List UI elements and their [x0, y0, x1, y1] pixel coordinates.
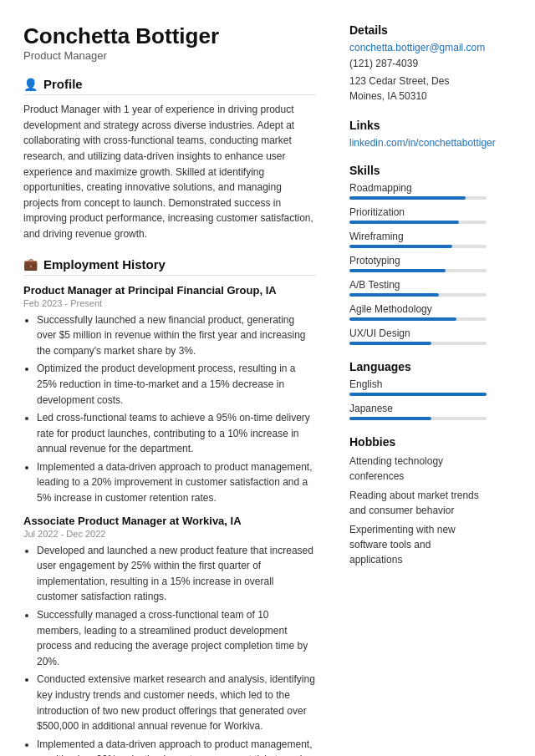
skill-prototyping: Prototyping	[349, 255, 487, 272]
lang-english-label: English	[349, 378, 487, 390]
skill-wireframing: Wireframing	[349, 231, 487, 248]
skill-prototyping-bar-bg	[349, 269, 487, 272]
profile-section-title: 👤 Profile	[23, 77, 316, 95]
skill-roadmapping: Roadmapping	[349, 182, 487, 200]
hobby-2: Reading about market trends and consumer…	[349, 488, 487, 518]
right-column: Details conchetta.bottiger@gmail.com (12…	[334, 0, 502, 756]
job-1-bullet-1: Successfully launched a new financial pr…	[37, 312, 316, 359]
address: 123 Cedar Street, Des Moines, IA 50310	[349, 74, 487, 104]
employment-section-title: 💼 Employment History	[23, 257, 316, 276]
skill-ab-testing-label: A/B Testing	[349, 279, 487, 291]
skill-wireframing-label: Wireframing	[349, 231, 487, 242]
skill-agile-bar-fill	[349, 317, 456, 321]
hobbies-section-title: Hobbies	[349, 435, 487, 449]
skill-prototyping-bar-fill	[349, 269, 446, 272]
lang-japanese-bar-bg	[349, 417, 487, 420]
skill-prioritization-bar-fill	[349, 221, 459, 224]
skill-prioritization-label: Prioritization	[349, 206, 487, 218]
skill-uxui-bar-fill	[349, 342, 431, 345]
job-1-date: Feb 2023 - Present	[23, 298, 316, 308]
job-2-date: Jul 2022 - Dec 2022	[23, 529, 316, 539]
job-2-bullet-3: Conducted extensive market research and …	[37, 672, 316, 733]
languages-section-title: Languages	[349, 360, 487, 373]
skill-uxui: UX/UI Design	[349, 327, 487, 345]
candidate-title: Product Manager	[23, 49, 316, 62]
candidate-name: Conchetta Bottiger	[23, 23, 316, 49]
phone: (121) 287-4039	[349, 56, 487, 71]
skill-uxui-bar-bg	[349, 342, 487, 345]
resume-page: Conchetta Bottiger Product Manager 👤 Pro…	[0, 0, 535, 756]
linkedin-link[interactable]: linkedin.com/in/conchettabottiger	[349, 137, 487, 149]
details-section-title: Details	[349, 23, 487, 37]
skill-wireframing-bar-fill	[349, 245, 452, 248]
skill-agile-bar-bg	[349, 317, 487, 321]
job-1-bullet-4: Implemented a data-driven approach to pr…	[37, 459, 316, 506]
job-1: Product Manager at Principal Financial G…	[23, 284, 316, 506]
email-link[interactable]: conchetta.bottiger@gmail.com	[349, 42, 487, 53]
job-1-bullet-2: Optimized the product development proces…	[37, 361, 316, 408]
lang-japanese: Japanese	[349, 403, 487, 420]
job-2: Associate Product Manager at Workiva, IA…	[23, 515, 316, 756]
skill-roadmapping-bar-bg	[349, 196, 487, 200]
job-2-title: Associate Product Manager at Workiva, IA	[23, 515, 316, 527]
skill-prioritization: Prioritization	[349, 206, 487, 224]
skill-roadmapping-label: Roadmapping	[349, 182, 487, 194]
skill-prioritization-bar-bg	[349, 221, 487, 224]
skill-wireframing-bar-bg	[349, 245, 487, 248]
skill-uxui-label: UX/UI Design	[349, 327, 487, 339]
skills-section-title: Skills	[349, 164, 487, 177]
job-2-bullet-4: Implemented a data-driven approach to pr…	[37, 737, 316, 756]
skill-roadmapping-bar-fill	[349, 196, 466, 200]
lang-japanese-bar-fill	[349, 417, 431, 420]
job-1-bullet-3: Led cross-functional teams to achieve a …	[37, 410, 316, 457]
lang-japanese-label: Japanese	[349, 403, 487, 414]
header: Conchetta Bottiger Product Manager	[23, 23, 316, 62]
job-2-bullets: Developed and launched a new product fea…	[23, 543, 316, 756]
hobby-1: Attending technology conferences	[349, 454, 487, 484]
skill-prototyping-label: Prototyping	[349, 255, 487, 266]
job-1-bullets: Successfully launched a new financial pr…	[23, 312, 316, 506]
lang-english: English	[349, 378, 487, 396]
links-section-title: Links	[349, 119, 487, 132]
job-2-bullet-1: Developed and launched a new product fea…	[37, 543, 316, 605]
skill-agile: Agile Methodology	[349, 303, 487, 321]
skill-ab-testing-bar-bg	[349, 293, 487, 297]
job-1-title: Product Manager at Principal Financial G…	[23, 284, 316, 297]
profile-text: Product Manager with 1 year of experienc…	[23, 102, 316, 241]
skill-agile-label: Agile Methodology	[349, 303, 487, 315]
profile-icon: 👤	[23, 78, 38, 91]
left-column: Conchetta Bottiger Product Manager 👤 Pro…	[0, 0, 334, 756]
skill-ab-testing-bar-fill	[349, 293, 439, 297]
hobby-3: Experimenting with new software tools an…	[349, 522, 487, 567]
employment-icon: 💼	[23, 257, 38, 271]
lang-english-bar-bg	[349, 393, 487, 396]
lang-english-bar-fill	[349, 393, 487, 396]
job-2-bullet-2: Successfully managed a cross-functional …	[37, 607, 316, 669]
skill-ab-testing: A/B Testing	[349, 279, 487, 297]
